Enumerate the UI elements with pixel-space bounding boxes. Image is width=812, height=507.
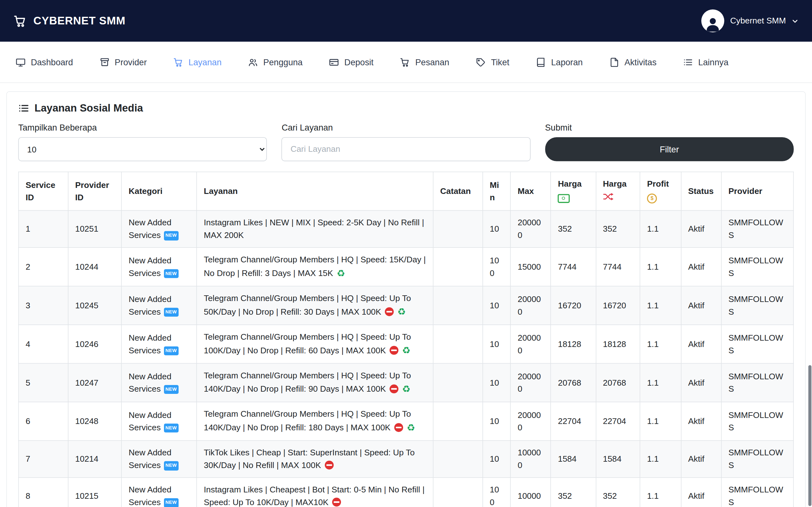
search-label: Cari Layanan [282, 123, 530, 132]
cell-max: 200000 [511, 325, 551, 363]
nav-item-pesanan[interactable]: Pesanan [400, 57, 449, 67]
cell-catatan [433, 247, 483, 286]
nav-item-dashboard[interactable]: Dashboard [15, 57, 73, 67]
nav-label: Pengguna [263, 57, 303, 67]
money-card-icon [558, 194, 570, 203]
page-title: Layanan Sosial Media [18, 102, 794, 114]
cell-min: 10 [483, 210, 511, 247]
new-badge-icon: NEW [164, 461, 178, 470]
col-harga-beli: Harga [551, 172, 596, 210]
new-badge-icon: NEW [164, 231, 178, 240]
cell-status: Aktif [681, 441, 721, 477]
table-body: 110251New Added ServicesNEWInstagram Lik… [18, 210, 793, 507]
cell-status: Aktif [681, 325, 721, 363]
cell-harga-jual: 20768 [596, 363, 640, 402]
credit-card-icon [329, 57, 339, 67]
cell-layanan: Telegram Channel/Group Members | HQ | Sp… [197, 325, 433, 363]
cell-catatan [433, 441, 483, 477]
cell-kategori: New Added ServicesNEW [121, 477, 197, 507]
table-row: 710214New Added ServicesNEWTikTok Likes … [18, 441, 793, 477]
show-entries-select[interactable]: 10 [18, 137, 267, 161]
cell-provider-id: 10245 [68, 286, 122, 325]
cell-profit: 1.1 [640, 363, 681, 402]
recycle-icon: ♻ [407, 422, 415, 433]
nav-item-deposit[interactable]: Deposit [329, 57, 374, 67]
cell-layanan: Instagram Likes | NEW | MIX | Speed: 2-5… [197, 210, 433, 247]
cell-service-id: 1 [18, 210, 68, 247]
vertical-scrollbar-thumb[interactable] [808, 365, 811, 506]
cell-min: 100 [483, 247, 511, 286]
nav-label: Layanan [189, 57, 221, 67]
nav-item-provider[interactable]: Provider [100, 57, 147, 67]
col-layanan: Layanan [197, 172, 433, 210]
no-entry-icon [385, 307, 394, 316]
cell-harga-jual: 7744 [596, 247, 640, 286]
cell-harga-beli: 20768 [551, 363, 596, 402]
cell-service-id: 5 [18, 363, 68, 402]
cell-harga-beli: 352 [551, 477, 596, 507]
cell-harga-jual: 16720 [596, 286, 640, 325]
no-entry-icon [394, 423, 403, 432]
cell-catatan [433, 325, 483, 363]
table-row: 810215New Added ServicesNEWInstagram Lik… [18, 477, 793, 507]
cell-profit: 1.1 [640, 441, 681, 477]
no-entry-icon [390, 384, 398, 393]
cell-profit: 1.1 [640, 286, 681, 325]
nav-item-aktivitas[interactable]: Aktivitas [609, 57, 657, 67]
services-table: Service ID Provider ID Kategori Layanan … [18, 172, 794, 507]
submit-label: Submit [545, 123, 794, 132]
cell-catatan [433, 286, 483, 325]
page-title-text: Layanan Sosial Media [35, 102, 143, 114]
cell-status: Aktif [681, 363, 721, 402]
cell-max: 200000 [511, 286, 551, 325]
nav-item-pengguna[interactable]: Pengguna [248, 57, 303, 67]
nav-item-layanan[interactable]: Layanan [173, 57, 222, 67]
cell-harga-beli: 352 [551, 210, 596, 247]
cell-max: 200000 [511, 402, 551, 441]
cell-status: Aktif [681, 477, 721, 507]
user-menu[interactable]: Cybernet SMM [701, 9, 798, 32]
nav-label: Deposit [345, 57, 374, 67]
filter-button[interactable]: Filter [545, 137, 794, 161]
tag-icon [476, 57, 486, 67]
cell-profit: 1.1 [640, 210, 681, 247]
cell-provider: SMMFOLLOWS [721, 363, 793, 402]
cell-layanan: Instagram Likes | Cheapest | Bot | Start… [197, 477, 433, 507]
cell-kategori: New Added ServicesNEW [121, 286, 197, 325]
search-control: Cari Layanan [282, 123, 530, 161]
cell-harga-jual: 1584 [596, 441, 640, 477]
table-row: 510247New Added ServicesNEWTelegram Chan… [18, 363, 793, 402]
cart-icon [400, 57, 410, 67]
cell-kategori: New Added ServicesNEW [121, 210, 197, 247]
cell-provider: SMMFOLLOWS [721, 210, 793, 247]
brand: CYBERNET SMM [14, 14, 125, 27]
col-kategori: Kategori [121, 172, 197, 210]
cell-max: 100000 [511, 441, 551, 477]
cell-layanan: Telegram Channel/Group Members | HQ | Sp… [197, 247, 433, 286]
nav-label: Pesanan [415, 57, 449, 67]
nav-label: Dashboard [31, 57, 73, 67]
coin-icon: $ [647, 193, 657, 204]
cell-min: 10 [483, 286, 511, 325]
cell-max: 10000 [511, 477, 551, 507]
nav-item-laporan[interactable]: Laporan [536, 57, 583, 67]
search-input[interactable] [282, 137, 530, 161]
table-header-row: Service ID Provider ID Kategori Layanan … [18, 172, 793, 210]
brand-title: CYBERNET SMM [33, 14, 125, 27]
cell-harga-beli: 22704 [551, 402, 596, 441]
cell-harga-beli: 18128 [551, 325, 596, 363]
nav-item-tiket[interactable]: Tiket [476, 57, 509, 67]
cell-status: Aktif [681, 286, 721, 325]
cell-provider-id: 10214 [68, 441, 122, 477]
new-badge-icon: NEW [164, 498, 178, 507]
nav-label: Provider [115, 57, 147, 67]
recycle-icon: ♻ [337, 268, 345, 279]
cell-harga-jual: 352 [596, 210, 640, 247]
cell-min: 10 [483, 441, 511, 477]
cell-profit: 1.1 [640, 247, 681, 286]
application-window: CYBERNET SMM Cybernet SMM Dashboard [0, 0, 812, 507]
cell-service-id: 8 [18, 477, 68, 507]
nav-item-lainnya[interactable]: Lainnya [683, 57, 728, 67]
cell-provider-id: 10247 [68, 363, 122, 402]
new-badge-icon: NEW [164, 346, 178, 355]
